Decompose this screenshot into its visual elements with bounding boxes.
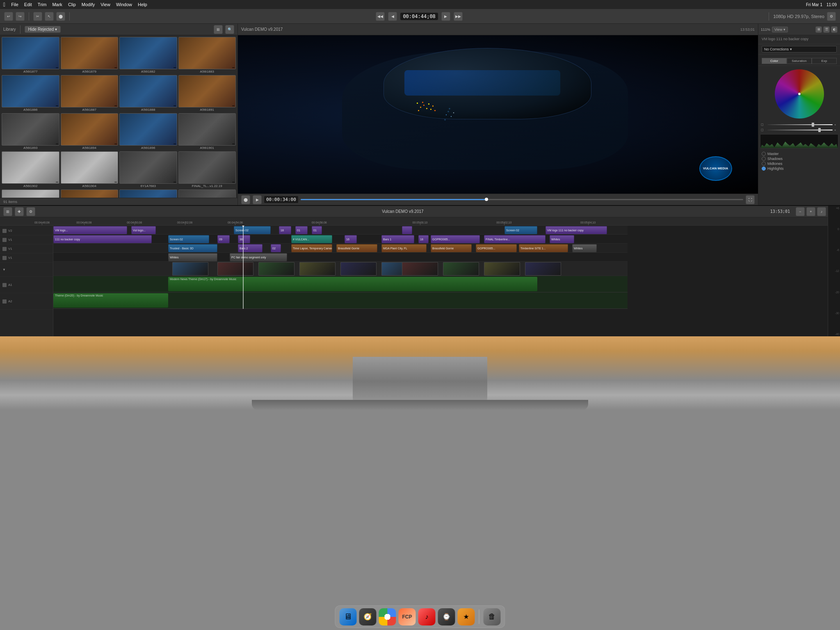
video-thumb-3[interactable]: [299, 262, 336, 276]
thumb-item-10[interactable]: A56I1896: [119, 113, 177, 150]
slider-track-2[interactable]: [767, 130, 833, 130]
video-thumb-0[interactable]: [172, 262, 208, 276]
clip-V2-6[interactable]: [402, 226, 412, 234]
thumb-item-9[interactable]: A56I1894: [61, 113, 119, 150]
track-mute-a2[interactable]: [2, 299, 7, 304]
thumb-item-7[interactable]: A56I1891: [178, 75, 236, 112]
timeline-btn1[interactable]: ⊞: [3, 207, 12, 216]
radio-master[interactable]: Master: [762, 152, 837, 156]
timeline-btn3[interactable]: ⚙: [26, 207, 35, 216]
clip-V1-6[interactable]: Bars 1: [381, 235, 414, 243]
thumb-item-4[interactable]: A56I1886: [2, 75, 59, 112]
dock-app1[interactable]: ♪: [418, 608, 436, 625]
tab-color[interactable]: Color: [762, 58, 787, 64]
clip-V2-0[interactable]: VM logo...: [53, 226, 127, 234]
viewer-scrubber[interactable]: [301, 199, 743, 200]
audio-clip-A1-0[interactable]: Modern News Theme (Dm17) - by Dreamnote …: [168, 277, 537, 291]
tab-exp[interactable]: Exp: [812, 58, 837, 64]
dock-safari[interactable]: 🧭: [359, 608, 377, 625]
clip-V1-5[interactable]: 16: [345, 235, 357, 243]
browser-search[interactable]: 🔍: [225, 25, 234, 34]
toolbar-blade[interactable]: ✂: [33, 12, 42, 21]
viewer-fullscreen[interactable]: ⛶: [746, 195, 755, 204]
wheel-handle[interactable]: [798, 92, 801, 96]
toolbar-ffwd[interactable]: ▶▶: [454, 12, 463, 21]
video-thumb-6[interactable]: [402, 262, 438, 276]
thumb-item-16[interactable]: ▷ Exelon Logo: [2, 189, 59, 198]
video-thumb-9[interactable]: [525, 262, 561, 276]
thumb-item-0[interactable]: A56I1877: [2, 37, 59, 74]
menu-trim[interactable]: Trim: [38, 2, 47, 7]
clip-V2-8[interactable]: VM logo 111 no backer copy: [546, 226, 607, 234]
clip-V2-7[interactable]: Screen 02: [504, 226, 537, 234]
timeline-zoom-out[interactable]: −: [796, 207, 805, 216]
menu-mark[interactable]: Mark: [52, 2, 62, 7]
track-mute-v1[interactable]: [2, 238, 7, 242]
clip-V1b-4[interactable]: Time Lapse, Temporary Camera...: [291, 244, 332, 252]
inspector-btn1[interactable]: ⊞: [815, 26, 822, 33]
viewer-play-prev[interactable]: ⬤: [241, 195, 250, 204]
correction-dropdown[interactable]: No Corrections ▾: [762, 46, 837, 52]
menu-edit[interactable]: Edit: [24, 2, 32, 7]
toolbar-play[interactable]: ◀◀: [376, 12, 385, 21]
slider-handle-2[interactable]: [818, 128, 821, 132]
clip-V1b-9[interactable]: Timberline SITE 1...: [519, 244, 568, 252]
clip-V1b-2[interactable]: 02: [271, 244, 281, 252]
video-thumb-8[interactable]: [484, 262, 520, 276]
thumb-item-6[interactable]: A56I1888: [119, 75, 177, 112]
clip-V1b-10[interactable]: Whites: [572, 244, 597, 252]
viewer-play-btn[interactable]: ▶: [253, 195, 262, 204]
video-thumb-4[interactable]: [340, 262, 377, 276]
clip-V1b-7[interactable]: Brassfield Gorrie: [431, 244, 472, 252]
timeline-zoom-in[interactable]: +: [806, 207, 815, 216]
menu-window[interactable]: Window: [116, 2, 132, 7]
toolbar-select[interactable]: ↖: [45, 12, 54, 21]
track-mute-a1[interactable]: [2, 283, 7, 287]
radio-shadows[interactable]: Shadows: [762, 157, 837, 161]
timeline-btn2[interactable]: ✚: [15, 207, 24, 216]
clip-V2-5[interactable]: 01: [312, 226, 322, 234]
radio-highlights[interactable]: Highlights: [762, 167, 837, 171]
hide-rejected-btn[interactable]: Hide Rejected ▾: [25, 26, 61, 33]
dock-app3[interactable]: ★: [458, 608, 475, 625]
radio-midtones[interactable]: Midtones: [762, 162, 837, 166]
thumb-item-3[interactable]: A56I1883: [178, 37, 236, 74]
video-thumb-7[interactable]: [443, 262, 479, 276]
toolbar-redo[interactable]: ↪: [16, 12, 25, 21]
thumb-item-17[interactable]: timber...large: [61, 189, 119, 198]
thumb-item-19[interactable]: MGA Plant City, FL: [178, 189, 236, 198]
clip-V1-9[interactable]: FINAL Timberline...: [484, 235, 546, 243]
menu-view[interactable]: View: [100, 2, 110, 7]
clip-V1-3[interactable]: 36: [238, 235, 250, 243]
thumb-item-14[interactable]: 6Y1A7683: [119, 151, 177, 188]
inspector-btn3[interactable]: ◐: [831, 26, 838, 33]
browser-list-view[interactable]: ⊞: [214, 25, 223, 34]
dock-trash[interactable]: 🗑: [484, 608, 501, 625]
clip-V1c-1[interactable]: PC fair demo segment only: [230, 253, 287, 261]
audio-clip-A2-0[interactable]: Theme (Dm20) - by Dreamnote Music: [53, 293, 168, 308]
clip-V1b-8[interactable]: GOPRO065...: [476, 244, 517, 252]
thumb-item-1[interactable]: A56I1879: [61, 37, 119, 74]
dock-fcp[interactable]: FCP: [399, 608, 416, 625]
video-thumb-2[interactable]: [258, 262, 294, 276]
viewer-scrubber-handle[interactable]: [485, 198, 488, 201]
inspector-view-btn[interactable]: View ▾: [772, 27, 788, 32]
timeline-audio[interactable]: ♪: [817, 207, 826, 216]
thumb-item-8[interactable]: A56I1893: [2, 113, 59, 150]
thumb-item-15[interactable]: FINAL_TL...v1.22.19: [178, 151, 236, 188]
clip-V1-4[interactable]: # VULCAN...: [291, 235, 332, 243]
track-mute-v1b[interactable]: [2, 247, 7, 251]
dock-finder[interactable]: 🖥: [340, 608, 357, 625]
thumb-item-12[interactable]: A56I1902: [2, 151, 59, 188]
toolbar-settings[interactable]: ⚙: [827, 12, 836, 21]
clip-V2-2[interactable]: Screen 02: [234, 226, 271, 234]
slider-handle-1[interactable]: [812, 123, 814, 127]
clip-V1b-1[interactable]: Bars 2: [238, 244, 262, 252]
menu-file[interactable]: File: [11, 2, 18, 7]
toolbar-trim[interactable]: ⬤: [56, 12, 65, 21]
thumb-item-5[interactable]: A56I1887: [61, 75, 119, 112]
menu-help[interactable]: Help: [138, 2, 147, 7]
dock-app2[interactable]: ⌚: [438, 608, 455, 625]
clip-V1b-6[interactable]: MGA Plant City, FL: [381, 244, 427, 252]
menu-modify[interactable]: Modify: [82, 2, 95, 7]
